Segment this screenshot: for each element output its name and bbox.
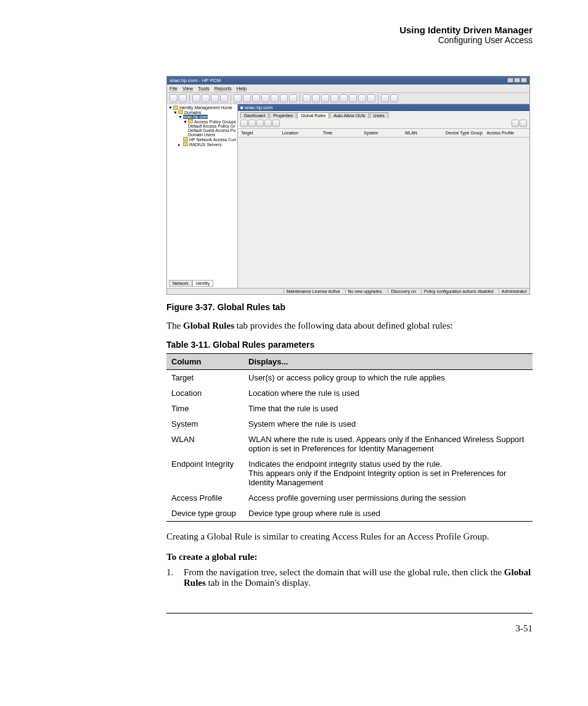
tree-item[interactable]: RADIUS Servers — [189, 142, 222, 147]
header-title: Using Identity Driven Manager — [284, 25, 533, 35]
figure-caption: Figure 3-37. Global Rules tab — [166, 302, 533, 312]
toolbar-icon[interactable] — [202, 94, 210, 102]
table-header-column: Column — [166, 354, 243, 370]
toolbar-icon[interactable] — [252, 94, 260, 102]
tab-auto-allow-ouis[interactable]: Auto-Allow OUIs — [330, 112, 369, 118]
maximize-icon[interactable]: □ — [514, 78, 520, 83]
window-title: snac.hp.com - HP PCM — [169, 78, 221, 83]
menubar: File View Tools Reports Help — [167, 84, 529, 93]
toolbar-icon[interactable] — [240, 120, 248, 127]
col-location[interactable]: Location — [281, 130, 322, 136]
step-text: From the navigation tree, select the dom… — [180, 567, 533, 588]
toolbar-icon[interactable] — [192, 94, 200, 102]
toolbar-icon[interactable] — [211, 94, 219, 102]
menu-reports[interactable]: Reports — [214, 86, 232, 91]
step-1: 1. From the navigation tree, select the … — [166, 567, 533, 588]
folder-icon — [188, 119, 193, 123]
tree-item[interactable]: Default Guest Access Po — [188, 128, 235, 133]
folder-icon — [178, 110, 183, 114]
toolbar-icon[interactable] — [264, 120, 272, 127]
toolbar-forward-icon[interactable] — [179, 94, 187, 102]
toolbar-back-icon[interactable] — [169, 94, 178, 102]
tab-global-rules[interactable]: Global Rules — [297, 112, 329, 118]
col-time[interactable]: Time — [322, 130, 363, 136]
col-access-profile[interactable]: Access Profile — [486, 130, 527, 136]
menu-file[interactable]: File — [169, 86, 178, 91]
toolbar-icon[interactable] — [272, 120, 280, 127]
minimize-icon[interactable]: _ — [507, 78, 513, 83]
page-header: Using Identity Driven Manager Configurin… — [284, 25, 533, 45]
toolbar-icon[interactable] — [289, 94, 297, 102]
navigation-tree[interactable]: ▼Identity Management Home ▼Domains ▼snac… — [167, 104, 238, 291]
menu-tools[interactable]: Tools — [198, 86, 210, 91]
toolbar-icon[interactable] — [358, 94, 366, 102]
status-policy: Policy configuration actions disabled — [421, 289, 494, 293]
step-number: 1. — [166, 567, 180, 588]
tab-network[interactable]: Network — [169, 280, 192, 287]
tab-identity[interactable]: Identity — [192, 280, 214, 287]
main-tabs: Dashboard Properties Global Rules Auto-A… — [238, 111, 529, 118]
header-subtitle: Configuring User Access — [284, 35, 533, 45]
folder-icon — [173, 105, 178, 110]
table-header: Target Location Time System WLAN Device … — [238, 129, 529, 138]
toolbar-icon[interactable] — [330, 94, 338, 102]
col-wlan[interactable]: WLAN — [404, 130, 445, 136]
tree-selected-domain[interactable]: snac.hp.com — [183, 115, 208, 119]
status-license: Maintenance License Active — [284, 289, 340, 293]
col-device-type-group[interactable]: Device Type Group — [445, 130, 486, 136]
menu-help[interactable]: Help — [237, 86, 247, 91]
toolbar-icon[interactable] — [367, 94, 375, 102]
table-header-displays: Displays... — [243, 354, 533, 370]
tree-item[interactable]: Domain Users — [188, 133, 215, 137]
menu-view[interactable]: View — [182, 86, 193, 91]
toolbar-icon[interactable] — [271, 94, 279, 102]
tab-users[interactable]: Users — [370, 112, 388, 118]
intro-paragraph: The Global Rules tab provides the follow… — [166, 321, 533, 331]
table-row: TimeTime that the rule is used — [166, 401, 533, 416]
status-discovery: Discovery on — [388, 289, 415, 293]
table-row: SystemSystem where the rule is used — [166, 416, 533, 432]
page-footer: 3-51 — [166, 613, 533, 634]
folder-icon — [183, 142, 188, 146]
main-panel-title: ■ snac.hp.com — [238, 104, 529, 111]
folder-icon — [183, 137, 188, 141]
tab-dashboard[interactable]: Dashboard — [240, 112, 269, 118]
export-icon[interactable] — [520, 120, 527, 127]
tree-item[interactable]: Default Access Policy Gr — [188, 124, 235, 128]
toolbar-icon[interactable] — [381, 94, 389, 102]
main-panel: ■ snac.hp.com Dashboard Properties Globa… — [238, 104, 529, 291]
toolbar-separator — [378, 94, 378, 103]
toolbar-icon[interactable] — [243, 94, 251, 102]
col-target[interactable]: Target — [240, 130, 281, 136]
toolbar-icon[interactable] — [261, 94, 269, 102]
tree-domains[interactable]: Domains — [184, 110, 202, 115]
toolbar-icon[interactable] — [349, 94, 357, 102]
toolbar-icon[interactable] — [312, 94, 320, 102]
table-row: TargetUser(s) or access policy group to … — [166, 370, 533, 386]
tree-root-label[interactable]: Identity Management Home — [179, 105, 232, 110]
toolbar-icon[interactable] — [220, 94, 228, 102]
table-row: LocationLocation where the rule is used — [166, 385, 533, 401]
table-row: Endpoint IntegrityIndicates the endpoint… — [166, 456, 533, 490]
print-icon[interactable] — [512, 120, 519, 127]
screenshot: snac.hp.com - HP PCM _ □ × File View Too… — [166, 76, 530, 295]
toolbar-icon[interactable] — [321, 94, 329, 102]
tree-item[interactable]: Access Policy Groups — [194, 120, 236, 124]
window-titlebar: snac.hp.com - HP PCM _ □ × — [167, 76, 529, 84]
col-system[interactable]: System — [363, 130, 404, 136]
toolbar-icon[interactable] — [256, 120, 264, 127]
toolbar-icon[interactable] — [340, 94, 348, 102]
tab-properties[interactable]: Properties — [269, 112, 296, 118]
tree-item[interactable]: HP Network Access Control — [189, 138, 236, 142]
close-icon[interactable]: × — [521, 78, 527, 83]
parameters-table: Column Displays... TargetUser(s) or acce… — [166, 353, 533, 522]
toolbar — [167, 93, 529, 104]
toolbar-icon[interactable] — [303, 94, 311, 102]
toolbar-icon[interactable] — [248, 120, 256, 127]
toolbar-icon[interactable] — [234, 94, 242, 102]
window-controls: _ □ × — [507, 78, 527, 83]
toolbar-separator — [300, 94, 300, 103]
toolbar-icon[interactable] — [280, 94, 288, 102]
page-number: 3-51 — [516, 623, 533, 633]
toolbar-icon[interactable] — [390, 94, 398, 102]
